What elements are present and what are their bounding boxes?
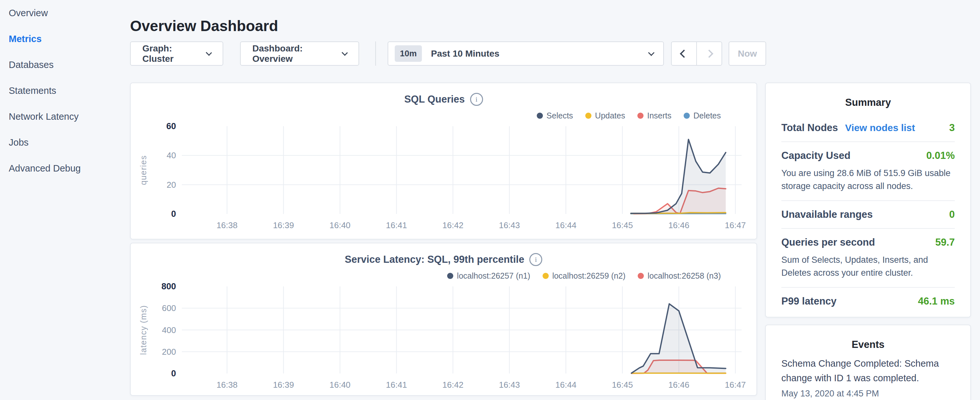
svg-text:20: 20 [167,180,176,190]
svg-text:16:45: 16:45 [612,220,633,230]
chevron-right-icon [705,49,713,57]
view-nodes-list-link[interactable]: View nodes list [845,122,915,133]
sidebar-item-network-latency[interactable]: Network Latency [0,104,129,129]
sql-queries-chart-card: SQL Queries i SelectsUpdatesInsertsDelet… [130,83,757,239]
svg-text:16:41: 16:41 [386,220,407,230]
svg-text:16:39: 16:39 [273,220,294,230]
svg-text:16:44: 16:44 [555,380,576,390]
chevron-down-icon [648,49,654,56]
svg-text:40: 40 [167,150,176,160]
svg-text:16:42: 16:42 [442,380,463,390]
svg-text:0: 0 [171,209,176,219]
svg-text:16:47: 16:47 [725,220,746,230]
graph-dropdown-label: Graph: Cluster [142,43,200,64]
svg-text:latency (ms): latency (ms) [139,305,148,355]
summary-row-label: Queries per second [781,237,875,248]
svg-text:16:47: 16:47 [725,380,746,390]
time-range-badge: 10m [395,45,422,62]
summary-row-value: 46.1 ms [918,295,955,307]
svg-text:600: 600 [162,303,176,313]
now-button[interactable]: Now [729,41,766,66]
svg-text:16:38: 16:38 [216,380,237,390]
summary-row-p99-latency: P99 latency 46.1 ms [781,287,955,315]
service-latency-chart-card: Service Latency: SQL, 99th percentile i … [130,243,757,396]
sidebar: Overview Metrics Databases Statements Ne… [0,0,129,400]
time-range-picker[interactable]: 10m Past 10 Minutes [388,41,664,66]
svg-text:16:42: 16:42 [442,220,463,230]
time-range-label: Past 10 Minutes [431,49,500,59]
svg-text:16:40: 16:40 [329,220,350,230]
summary-row-capacity-used: Capacity Used 0.01% You are using 28.6 M… [781,142,955,200]
chevron-left-icon [680,49,688,57]
summary-title: Summary [781,97,955,108]
app-root: Overview Metrics Databases Statements Ne… [0,0,980,400]
service-latency-plot: 16:3816:3916:4016:4116:4216:4316:4416:45… [131,243,758,397]
summary-row-value: 0 [949,209,955,220]
svg-text:16:44: 16:44 [555,220,576,230]
summary-row-description: Sum of Selects, Updates, Inserts, and De… [781,253,955,279]
svg-text:16:45: 16:45 [612,380,633,390]
svg-text:800: 800 [161,282,176,291]
summary-row-description: You are using 28.6 MiB of 515.9 GiB usab… [781,167,955,193]
sidebar-item-statements[interactable]: Statements [0,78,129,104]
summary-row-queries-per-second: Queries per second 59.7 Sum of Selects, … [781,228,955,287]
svg-text:16:46: 16:46 [668,220,689,230]
time-prev-button[interactable] [671,41,697,66]
time-next-button[interactable] [697,41,722,66]
sidebar-item-overview[interactable]: Overview [0,0,129,26]
dashboard-dropdown-label: Dashboard: Overview [252,43,336,64]
summary-row-value: 0.01% [926,150,955,161]
svg-text:16:38: 16:38 [216,220,237,230]
svg-text:16:39: 16:39 [273,380,294,390]
sql-queries-plot: 16:3816:3916:4016:4116:4216:4316:4416:45… [131,83,758,240]
summary-row-label: Total Nodes [781,122,838,134]
summary-panel: Summary Total Nodes View nodes list 3 Ca… [765,83,971,317]
summary-row-label: Capacity Used [781,150,851,161]
summary-row-label: Unavailable ranges [781,209,873,220]
page-title: Overview Dashboard [130,17,278,35]
events-panel: Events Schema Change Completed: Schema c… [765,325,971,400]
summary-row-value: 59.7 [935,237,955,248]
sidebar-item-advanced-debug[interactable]: Advanced Debug [0,155,129,181]
events-title: Events [781,339,955,351]
controls-bar: Graph: Cluster Dashboard: Overview 10m P… [130,41,766,66]
svg-text:queries: queries [139,155,148,185]
summary-row-total-nodes: Total Nodes View nodes list 3 [781,114,955,142]
event-item-timestamp: May 13, 2020 at 4:45 PM [781,389,955,399]
time-pager [671,41,722,66]
chevron-down-icon [342,49,348,56]
sidebar-item-databases[interactable]: Databases [0,52,129,78]
svg-text:16:43: 16:43 [499,220,520,230]
svg-text:0: 0 [171,369,176,378]
summary-row-label: P99 latency [781,295,837,307]
svg-text:60: 60 [166,121,176,131]
sidebar-item-metrics[interactable]: Metrics [0,26,129,52]
summary-row-value: 3 [949,122,955,134]
svg-text:16:40: 16:40 [329,380,350,390]
svg-text:16:43: 16:43 [499,380,520,390]
controls-divider [375,41,376,66]
event-item-text: Schema Change Completed: Schema change w… [781,356,955,386]
graph-dropdown[interactable]: Graph: Cluster [130,41,223,66]
chevron-down-icon [206,49,212,56]
svg-text:200: 200 [162,347,176,357]
svg-text:16:46: 16:46 [668,380,689,390]
sidebar-item-jobs[interactable]: Jobs [0,129,129,155]
svg-text:400: 400 [162,325,176,335]
summary-row-unavailable-ranges: Unavailable ranges 0 [781,200,955,228]
dashboard-dropdown[interactable]: Dashboard: Overview [240,41,359,66]
svg-text:16:41: 16:41 [386,380,407,390]
